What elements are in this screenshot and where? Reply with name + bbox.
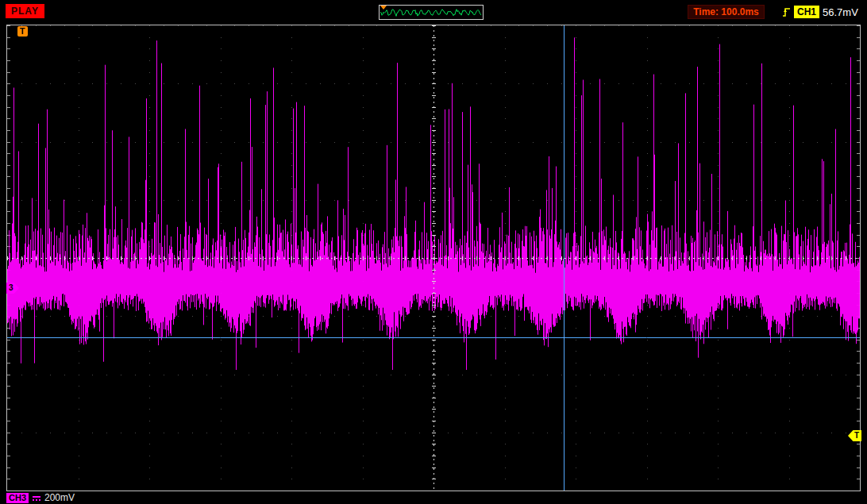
trigger-source-badge: CH1 <box>794 6 819 18</box>
trigger-position-marker[interactable]: T <box>17 26 28 37</box>
trigger-position-preview[interactable] <box>379 5 484 20</box>
scope-graticule: T 3 T <box>6 25 861 491</box>
channel3-badge: CH3 <box>6 493 29 503</box>
trigger-readout: CH1 56.7mV <box>782 4 858 20</box>
play-button[interactable]: PLAY <box>6 4 44 18</box>
trigger-edge-icon <box>782 6 791 18</box>
trigger-preview-wave <box>380 6 482 19</box>
bottom-status-bar: CH3 200mV <box>0 491 867 504</box>
trigger-level-readout: 56.7mV <box>823 6 858 18</box>
scope-display <box>7 25 860 491</box>
channel3-scale-readout: 200mV <box>44 492 75 503</box>
top-status-bar: PLAY Time: 100.0ms CH1 56.7mV <box>0 0 867 25</box>
preview-trigger-marker-icon <box>380 6 387 10</box>
oscilloscope-app: PLAY Time: 100.0ms CH1 56.7mV T 3 T CH3 … <box>0 0 867 504</box>
timebase-readout: Time: 100.0ms <box>688 5 765 19</box>
dc-coupling-icon <box>33 496 40 501</box>
